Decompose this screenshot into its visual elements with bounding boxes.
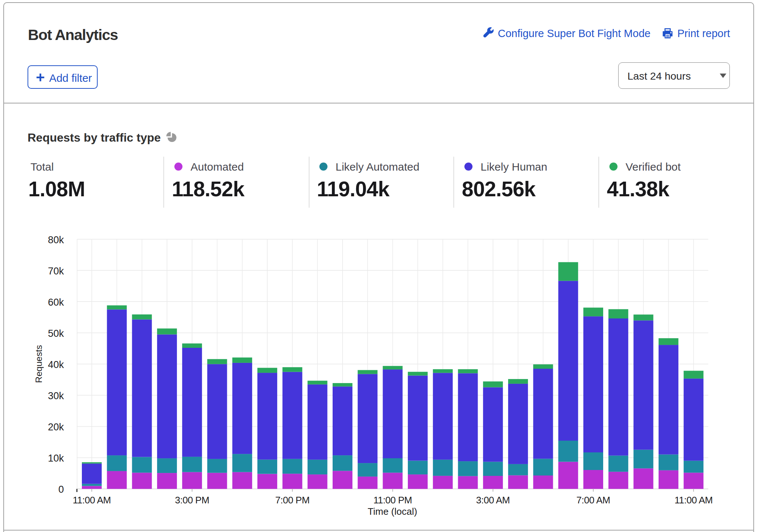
svg-text:50k: 50k [48, 328, 64, 339]
svg-text:40k: 40k [48, 359, 64, 370]
svg-text:11:00 PM: 11:00 PM [373, 495, 412, 506]
svg-text:10k: 10k [48, 453, 64, 464]
svg-text:60k: 60k [48, 297, 64, 308]
svg-text:7:00 PM: 7:00 PM [275, 495, 309, 506]
svg-text:Time (local): Time (local) [368, 506, 417, 517]
svg-text:70k: 70k [48, 266, 64, 277]
svg-text:11:00 AM: 11:00 AM [73, 495, 111, 506]
svg-text:20k: 20k [48, 422, 64, 433]
svg-text:11:00 AM: 11:00 AM [674, 495, 713, 506]
svg-text:80k: 80k [48, 234, 64, 245]
svg-text:Requests: Requests [34, 345, 44, 383]
svg-text:7:00 AM: 7:00 AM [576, 495, 610, 506]
svg-text:3:00 PM: 3:00 PM [175, 495, 209, 506]
svg-text:30k: 30k [48, 390, 64, 401]
svg-text:3:00 AM: 3:00 AM [476, 495, 510, 506]
svg-text:0: 0 [58, 484, 64, 495]
